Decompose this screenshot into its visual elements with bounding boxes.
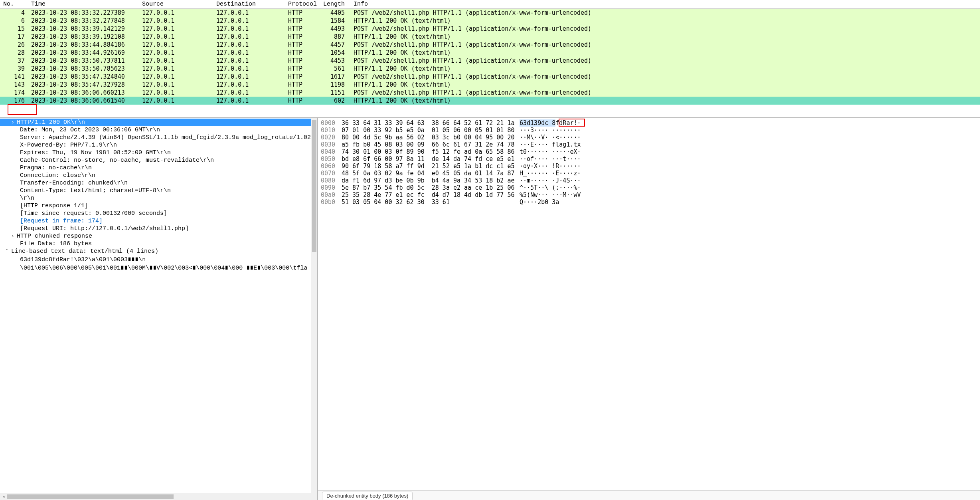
packet-row[interactable]: 282023-10-23 08:33:44.926169127.0.0.1127…: [0, 49, 980, 57]
col-time[interactable]: Time: [28, 0, 139, 9]
packet-row[interactable]: 1762023-10-23 08:36:06.661540127.0.0.112…: [0, 97, 980, 105]
col-info[interactable]: Info: [350, 0, 980, 9]
packet-row[interactable]: 392023-10-23 08:33:50.785623127.0.0.1127…: [0, 65, 980, 73]
packet-row[interactable]: 62023-10-23 08:33:32.277848127.0.0.1127.…: [0, 17, 980, 25]
col-protocol[interactable]: Protocol: [285, 0, 320, 9]
packet-row[interactable]: 1742023-10-23 08:36:06.660213127.0.0.112…: [0, 89, 980, 97]
col-destination[interactable]: Destination: [213, 0, 285, 9]
packet-row[interactable]: 372023-10-23 08:33:50.737811127.0.0.1127…: [0, 57, 980, 65]
packet-row[interactable]: 172023-10-23 08:33:39.192108127.0.0.1127…: [0, 33, 980, 41]
packet-list[interactable]: No. Time Source Destination Protocol Len…: [0, 0, 980, 105]
packet-row[interactable]: 262023-10-23 08:33:44.884186127.0.0.1127…: [0, 41, 980, 49]
packet-row[interactable]: 1412023-10-23 08:35:47.324840127.0.0.112…: [0, 73, 980, 81]
col-source[interactable]: Source: [139, 0, 213, 9]
col-no[interactable]: No.: [0, 0, 28, 9]
col-length[interactable]: Length: [320, 0, 350, 9]
packet-row[interactable]: 42023-10-23 08:33:32.227389127.0.0.1127.…: [0, 9, 980, 17]
packet-row[interactable]: 152023-10-23 08:33:39.142129127.0.0.1127…: [0, 25, 980, 33]
packet-row[interactable]: 1432023-10-23 08:35:47.327928127.0.0.112…: [0, 81, 980, 89]
packet-list-header[interactable]: No. Time Source Destination Protocol Len…: [0, 0, 980, 9]
